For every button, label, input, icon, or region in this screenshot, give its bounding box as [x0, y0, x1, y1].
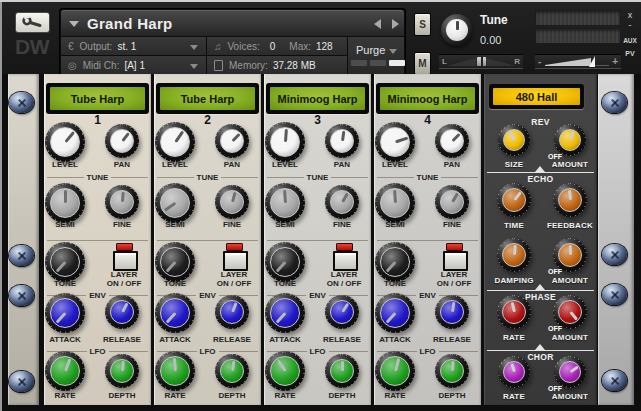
volume-plus-label: + — [612, 56, 618, 67]
master-tune-knob[interactable] — [441, 14, 473, 46]
edit-wrench-button[interactable] — [15, 12, 50, 33]
layer-label: LAYER — [319, 270, 369, 279]
fx-amount-label: AMOUNT — [540, 333, 600, 342]
layer-onoff-label: ON / OFF — [429, 279, 479, 288]
release-knob[interactable] — [325, 295, 359, 329]
purge-menu[interactable]: Purge — [348, 37, 404, 74]
purge-indicator-bars — [351, 60, 405, 66]
release-knob[interactable] — [105, 295, 139, 329]
effects-panel: 480 HallREVSIZEAMOUNTOFFECHOTIMEFEEDBACK… — [484, 74, 597, 405]
tone-knob[interactable] — [265, 242, 305, 282]
layer-on-off-button[interactable] — [113, 251, 138, 271]
layer-on-off-button[interactable] — [223, 251, 248, 271]
rate-knob[interactable] — [45, 351, 85, 391]
output-dropdown-icon[interactable] — [190, 45, 198, 50]
volume-slider[interactable]: - + — [535, 54, 621, 69]
pan-label: PAN — [207, 160, 257, 169]
level-knob-pointer — [284, 129, 288, 142]
semi-knob[interactable] — [155, 183, 195, 223]
fine-knob[interactable] — [215, 185, 249, 219]
section-divider: TUNE — [157, 172, 258, 182]
semi-knob[interactable] — [45, 183, 85, 223]
pan-knob[interactable] — [435, 124, 469, 158]
fx-size-knob[interactable] — [498, 124, 530, 156]
fine-label: FINE — [97, 220, 147, 229]
fine-knob[interactable] — [325, 185, 359, 219]
depth-knob[interactable] — [435, 354, 469, 388]
fine-knob[interactable] — [105, 185, 139, 219]
semi-knob[interactable] — [265, 183, 305, 223]
fx-amount-knob[interactable] — [553, 295, 587, 329]
layer-on-off-button[interactable] — [443, 251, 468, 271]
rate-knob[interactable] — [155, 351, 195, 391]
aux-button[interactable]: AUX — [622, 37, 638, 44]
pv-button[interactable]: PV — [622, 50, 638, 57]
rate-knob-pointer — [172, 358, 176, 371]
fx-divider-triangle-icon — [535, 344, 545, 350]
fx-amount-knob[interactable] — [554, 124, 586, 156]
collapse-triangle-icon[interactable] — [69, 21, 79, 27]
layer-led — [116, 243, 133, 251]
depth-knob[interactable] — [105, 354, 139, 388]
purge-dropdown-icon[interactable] — [389, 49, 397, 54]
fx-section-echo-header: ECHO — [484, 174, 597, 184]
purge-label: Purge — [356, 44, 385, 56]
fx-amount-knob[interactable] — [553, 238, 587, 272]
output-cell[interactable]: € Output: st. 1 — [61, 37, 206, 55]
channel-lcd: Tube Harp — [156, 83, 259, 114]
channel-strip-3: Minimoog Harp3LEVELPANSEMIFINETONEATTACK… — [264, 74, 371, 405]
level-knob[interactable] — [45, 122, 85, 162]
rate-knob[interactable] — [265, 351, 305, 391]
section-divider: ENV — [377, 290, 478, 300]
instrument-title-bar[interactable]: Grand Harp — [61, 10, 404, 36]
fx-amount-knob[interactable] — [554, 356, 586, 388]
section-divider: LFO — [47, 346, 148, 356]
tone-knob[interactable] — [375, 242, 415, 282]
release-knob[interactable] — [435, 295, 469, 329]
depth-label: DEPTH — [207, 391, 257, 400]
fx-rate-label: RATE — [484, 392, 544, 401]
attack-label: ATTACK — [260, 335, 310, 344]
wrench-icon — [21, 16, 45, 29]
rate-label: RATE — [260, 391, 310, 400]
pan-knob[interactable] — [325, 124, 359, 158]
minimize-button[interactable]: - — [622, 20, 638, 30]
next-instrument-icon[interactable] — [392, 19, 399, 29]
tone-knob[interactable] — [155, 242, 195, 282]
fx-amount-label: AMOUNT — [540, 392, 600, 401]
close-button[interactable]: x — [622, 10, 638, 20]
fx-feedback-knob-pointer — [567, 190, 571, 200]
pan-knob[interactable] — [105, 124, 139, 158]
depth-knob[interactable] — [215, 354, 249, 388]
fx-time-knob[interactable] — [497, 183, 531, 217]
depth-knob[interactable] — [325, 354, 359, 388]
release-label: RELEASE — [97, 335, 147, 344]
midi-cell[interactable]: ◎ Midi Ch: [A] 1 — [61, 56, 206, 74]
pan-knob[interactable] — [215, 124, 249, 158]
pan-wedge-left — [445, 58, 476, 66]
channel-strip-2: Tube Harp2LEVELPANSEMIFINETONEATTACKRELE… — [154, 74, 261, 405]
fx-feedback-knob[interactable] — [553, 183, 587, 217]
level-knob[interactable] — [265, 122, 305, 162]
prev-instrument-icon[interactable] — [374, 19, 381, 29]
semi-knob[interactable] — [375, 183, 415, 223]
tone-knob[interactable] — [45, 242, 85, 282]
fine-knob[interactable] — [435, 185, 469, 219]
release-label: RELEASE — [207, 335, 257, 344]
instrument-info-box: Grand Harp € Output: st. 1 ♫ Voices: 0 M… — [59, 8, 406, 76]
rate-knob[interactable] — [375, 351, 415, 391]
fx-amount-label: AMOUNT — [540, 276, 600, 285]
max-value: 128 — [316, 41, 333, 52]
solo-button[interactable]: S — [414, 13, 431, 36]
layer-on-off-button[interactable] — [333, 251, 358, 271]
master-tune-knob-pointer — [456, 21, 459, 30]
fx-rate-knob[interactable] — [498, 356, 530, 388]
mute-button[interactable]: M — [414, 52, 431, 75]
level-knob[interactable] — [375, 122, 415, 162]
midi-dropdown-icon[interactable] — [190, 64, 198, 69]
pan-slider[interactable]: L R — [439, 54, 523, 69]
fx-damping-knob[interactable] — [497, 238, 531, 272]
fx-rate-knob[interactable] — [497, 295, 531, 329]
level-knob[interactable] — [155, 122, 195, 162]
release-knob[interactable] — [215, 295, 249, 329]
